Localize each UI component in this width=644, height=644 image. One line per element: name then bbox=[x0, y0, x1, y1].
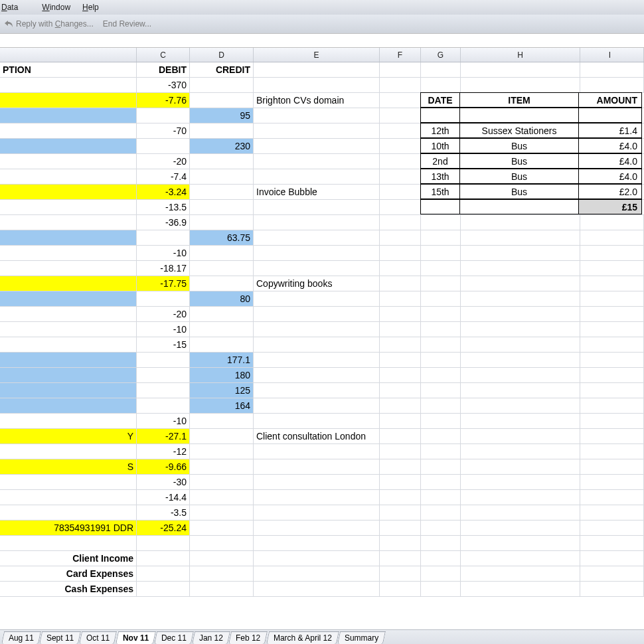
cell-note[interactable] bbox=[254, 78, 380, 92]
cell-note[interactable] bbox=[254, 307, 380, 321]
header-credit[interactable]: CREDIT bbox=[190, 62, 254, 77]
cell-credit[interactable] bbox=[190, 169, 254, 184]
cell-f[interactable] bbox=[380, 521, 421, 535]
cell-debit[interactable]: -20 bbox=[137, 307, 190, 321]
cell-empty[interactable] bbox=[421, 261, 461, 276]
cell-credit[interactable] bbox=[190, 215, 254, 230]
col-header-f[interactable]: F bbox=[380, 48, 421, 62]
cell-empty[interactable] bbox=[421, 475, 461, 489]
cell-note[interactable] bbox=[254, 108, 380, 123]
side-cell-item[interactable]: Bus bbox=[459, 169, 579, 184]
cell-f[interactable] bbox=[380, 322, 421, 337]
cell-b[interactable] bbox=[0, 490, 137, 505]
cell-note[interactable] bbox=[254, 536, 380, 550]
cell-empty[interactable] bbox=[580, 78, 644, 92]
sheet-tab[interactable]: Feb 12 bbox=[228, 631, 268, 644]
cell-debit[interactable] bbox=[137, 108, 190, 123]
cell-b[interactable] bbox=[0, 475, 137, 489]
cell-debit[interactable]: -13.5 bbox=[137, 200, 190, 214]
cell-empty[interactable] bbox=[421, 429, 461, 443]
cell-note[interactable] bbox=[254, 291, 380, 306]
cell-f[interactable] bbox=[380, 368, 421, 382]
cell-f[interactable] bbox=[380, 154, 421, 169]
cell-f[interactable] bbox=[380, 551, 421, 566]
cell-empty[interactable] bbox=[421, 215, 461, 230]
cell-empty[interactable] bbox=[461, 276, 580, 291]
cell-f[interactable] bbox=[380, 337, 421, 352]
cell-debit[interactable]: -70 bbox=[137, 123, 190, 138]
cell-f[interactable] bbox=[380, 78, 421, 92]
cell-credit[interactable] bbox=[190, 536, 254, 550]
col-header-e[interactable]: E bbox=[254, 48, 380, 62]
cell-debit[interactable]: -25.24 bbox=[137, 521, 190, 535]
cell-note[interactable] bbox=[254, 322, 380, 337]
cell-b[interactable]: S bbox=[0, 459, 137, 474]
cell-credit[interactable] bbox=[190, 429, 254, 443]
cell-f[interactable] bbox=[380, 261, 421, 276]
cell-credit[interactable] bbox=[190, 246, 254, 260]
cell-debit[interactable]: -36.9 bbox=[137, 215, 190, 230]
header-debit[interactable]: DEBIT bbox=[137, 62, 190, 77]
cell-debit[interactable] bbox=[137, 230, 190, 245]
cell-credit[interactable] bbox=[190, 551, 254, 566]
cell-note[interactable] bbox=[254, 459, 380, 474]
cell-credit[interactable] bbox=[190, 261, 254, 276]
cell-note[interactable] bbox=[254, 414, 380, 428]
cell-empty[interactable] bbox=[580, 383, 644, 398]
cell-empty[interactable] bbox=[580, 291, 644, 306]
cell-f[interactable] bbox=[380, 200, 421, 214]
cell-credit[interactable] bbox=[190, 154, 254, 169]
cell-credit[interactable] bbox=[190, 459, 254, 474]
col-header-d[interactable]: D bbox=[190, 48, 254, 62]
menu-help[interactable]: Help bbox=[82, 3, 99, 12]
cell-empty[interactable] bbox=[580, 322, 644, 337]
cell-empty[interactable] bbox=[421, 368, 461, 382]
cell-b[interactable] bbox=[0, 261, 137, 276]
cell-credit[interactable] bbox=[190, 307, 254, 321]
side-cell-amount[interactable] bbox=[578, 108, 642, 123]
side-cell-date[interactable] bbox=[420, 199, 460, 214]
cell-empty[interactable] bbox=[421, 398, 461, 413]
cell-empty[interactable] bbox=[421, 459, 461, 474]
header-description[interactable]: PTION bbox=[0, 62, 137, 77]
cell-debit[interactable]: -370 bbox=[137, 78, 190, 92]
side-cell-item[interactable] bbox=[459, 199, 579, 214]
cell-b[interactable] bbox=[0, 353, 137, 367]
cell-note[interactable] bbox=[254, 200, 380, 214]
cell-f[interactable] bbox=[380, 139, 421, 153]
cell-empty[interactable] bbox=[421, 414, 461, 428]
cell-f[interactable] bbox=[380, 169, 421, 184]
cell-empty[interactable] bbox=[461, 521, 580, 535]
cell-empty[interactable] bbox=[461, 337, 580, 352]
cell-b[interactable] bbox=[0, 291, 137, 306]
cell-debit[interactable] bbox=[137, 398, 190, 413]
cell-empty[interactable] bbox=[580, 368, 644, 382]
side-cell-date[interactable]: 13th bbox=[420, 169, 460, 184]
cell-b[interactable]: 78354931991 DDR bbox=[0, 521, 137, 535]
cell-b[interactable]: Client Income bbox=[0, 551, 137, 566]
cell-empty[interactable] bbox=[421, 322, 461, 337]
cell-empty[interactable] bbox=[580, 276, 644, 291]
reply-with-changes-button[interactable]: Reply with Changes... bbox=[16, 19, 94, 29]
cell-empty[interactable] bbox=[580, 261, 644, 276]
cell-f[interactable] bbox=[380, 459, 421, 474]
sheet-tab[interactable]: March & April 12 bbox=[266, 631, 339, 644]
cell-debit[interactable] bbox=[137, 536, 190, 550]
cell-empty[interactable] bbox=[580, 475, 644, 489]
cell-b[interactable] bbox=[0, 78, 137, 92]
cell-note[interactable] bbox=[254, 475, 380, 489]
cell-empty[interactable] bbox=[421, 307, 461, 321]
cell-empty[interactable] bbox=[421, 551, 461, 566]
cell-b[interactable] bbox=[0, 230, 137, 245]
cell-credit[interactable] bbox=[190, 337, 254, 352]
cell-f[interactable] bbox=[380, 307, 421, 321]
side-cell-amount[interactable]: £1.4 bbox=[578, 123, 642, 138]
cell-empty[interactable] bbox=[461, 566, 580, 581]
cell-empty[interactable] bbox=[461, 444, 580, 459]
cell-b[interactable] bbox=[0, 185, 137, 199]
cell-credit[interactable] bbox=[190, 78, 254, 92]
cell-empty[interactable] bbox=[421, 521, 461, 535]
cell-note[interactable] bbox=[254, 169, 380, 184]
cell-empty[interactable] bbox=[580, 582, 644, 596]
cell-empty[interactable] bbox=[421, 353, 461, 367]
